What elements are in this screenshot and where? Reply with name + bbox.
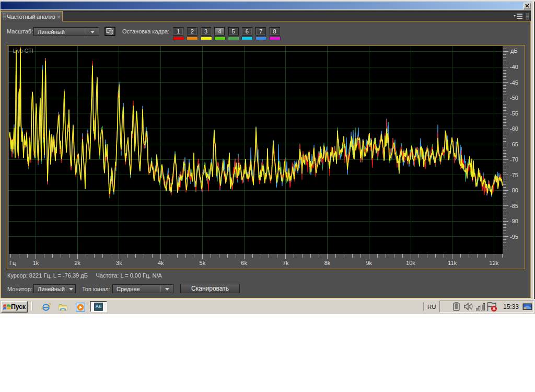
svg-text:8k: 8k xyxy=(324,260,331,266)
svg-text:9k: 9k xyxy=(366,260,372,266)
svg-text:-50: -50 xyxy=(510,95,518,101)
svg-text:-90: -90 xyxy=(510,218,518,224)
svg-text:Гц: Гц xyxy=(9,260,16,266)
svg-text:-45: -45 xyxy=(510,79,518,86)
svg-text:10k: 10k xyxy=(406,260,415,266)
svg-text:4k: 4k xyxy=(158,260,164,266)
svg-text:-75: -75 xyxy=(510,172,518,178)
svg-text:2k: 2k xyxy=(74,260,80,266)
svg-text:1k: 1k xyxy=(33,260,39,266)
svg-text:-60: -60 xyxy=(510,125,518,132)
svg-text:-65: -65 xyxy=(510,141,518,147)
svg-text:дБ: дБ xyxy=(510,48,518,54)
svg-text:11k: 11k xyxy=(448,260,457,266)
svg-text:-80: -80 xyxy=(510,187,518,193)
svg-text:3k: 3k xyxy=(116,260,122,266)
svg-text:-40: -40 xyxy=(510,64,518,70)
svg-text:6k: 6k xyxy=(241,260,247,266)
svg-text:-55: -55 xyxy=(510,110,518,117)
svg-text:-70: -70 xyxy=(510,156,518,163)
svg-text:12k: 12k xyxy=(490,260,499,266)
svg-text:-95: -95 xyxy=(510,234,518,240)
svg-text:5k: 5k xyxy=(200,260,206,266)
svg-text:-85: -85 xyxy=(510,203,518,209)
svg-text:7k: 7k xyxy=(283,260,289,266)
